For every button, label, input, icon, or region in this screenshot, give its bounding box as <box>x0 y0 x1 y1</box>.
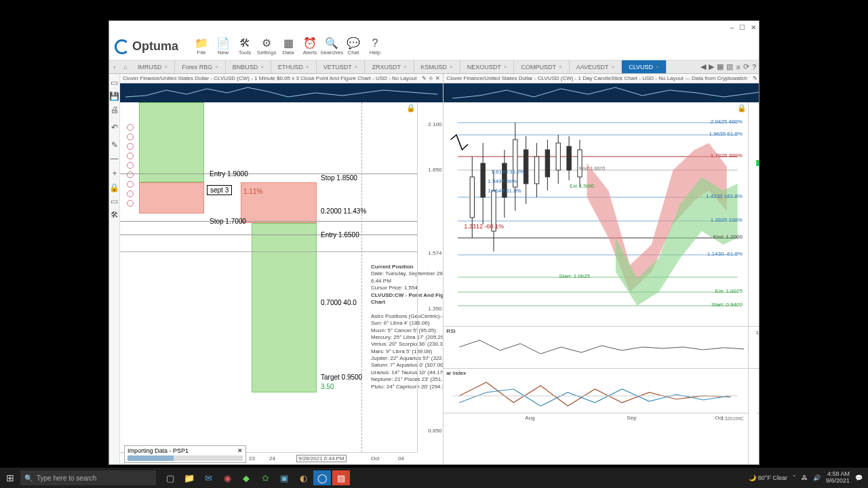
svg-rect-28 <box>556 143 560 170</box>
task-view-icon[interactable]: ▢ <box>161 470 179 485</box>
left-y-axis[interactable]: 2.1001.8501.5741.3500.850 <box>417 102 443 452</box>
notifications-icon[interactable]: 💬 <box>855 474 863 481</box>
taskbar-search[interactable]: 🔍 Type here to search <box>20 470 156 485</box>
tray-net-icon[interactable]: 🖧 <box>802 474 808 481</box>
tray-vol-icon[interactable]: 🔊 <box>813 474 821 481</box>
left-chart-header: Clover Finance/United States Dollar - CL… <box>120 74 443 83</box>
pane-close-icon[interactable]: ✕ <box>435 75 440 81</box>
draw-tool-8[interactable]: ＋ <box>111 167 119 179</box>
pnf-o-mark <box>127 143 134 150</box>
tab-vetusdt[interactable]: VETUSDT× <box>317 60 366 73</box>
help-icon[interactable]: ? <box>752 63 756 71</box>
tool-help[interactable]: ?Help <box>364 35 386 59</box>
layout-icon[interactable]: ▦ <box>717 62 724 71</box>
pnf-o-mark <box>127 181 134 188</box>
fib-label: End: 1.2000 <box>713 234 743 240</box>
optuma-taskbar-icon[interactable]: ◯ <box>313 470 331 485</box>
app-icon-3[interactable]: ✿ <box>256 470 274 485</box>
fib-label: 1.7825 300% <box>711 152 743 159</box>
tab-nexousdt[interactable]: NEXOUSDT× <box>460 60 515 73</box>
tab-ksmusd[interactable]: KSMUSD× <box>414 60 460 73</box>
refresh-icon[interactable]: ⟳ <box>743 62 749 71</box>
left-chart-canvas[interactable]: 🔒 <box>120 102 443 464</box>
pnf-o-mark <box>127 200 134 207</box>
tool-new[interactable]: 📄New <box>212 35 234 59</box>
tab-zrxusdt[interactable]: ZRXUSDT× <box>365 60 414 73</box>
tab-bnbusd[interactable]: BNBUSD× <box>226 60 271 73</box>
stop-label-2: Stop 1.8500 <box>321 174 357 182</box>
draw-tool-9[interactable]: 🔒 <box>109 183 119 192</box>
draw-tool-7[interactable]: — <box>111 154 119 163</box>
search-icon: 🔍 <box>24 474 33 482</box>
tab-nav-left[interactable]: ◀ <box>701 62 706 71</box>
tab-aaveusdt[interactable]: AAVEUSDT× <box>570 60 623 73</box>
left-overview-strip[interactable] <box>120 83 443 102</box>
app-icon-2[interactable]: ◆ <box>237 470 255 485</box>
tab-forex rbg[interactable]: Forex RBG× <box>175 60 226 73</box>
tab-nav-prev[interactable]: ‹ <box>109 60 120 73</box>
tool-searches[interactable]: 🔍Searches <box>321 35 342 59</box>
pnf-o-mark <box>127 162 134 169</box>
tool-tools[interactable]: 🛠Tools <box>234 35 256 59</box>
right-x-axis[interactable]: AugSepOct <box>443 413 748 422</box>
tool-settings[interactable]: ⚙Settings <box>256 35 277 59</box>
draw-tool-6[interactable]: ✎ <box>111 140 118 150</box>
tab-home[interactable]: ⌂ <box>120 60 131 73</box>
fib-label: 1.9635 61.8% <box>709 131 743 137</box>
draw-tool-11[interactable]: 🛠 <box>111 210 119 220</box>
right-chart-canvas[interactable]: 🔒 <box>443 102 759 464</box>
split-icon[interactable]: ▥ <box>726 62 733 71</box>
tool-chat[interactable]: 💬Chat <box>342 35 364 59</box>
app-icon-5[interactable]: ◐ <box>294 470 312 485</box>
maximize-button[interactable]: ☐ <box>739 24 745 31</box>
rsi-pane[interactable]: RSI 100.0080.0060.0040.00 <box>443 326 759 368</box>
arindex-axis: 100.00.0-100.0 <box>748 369 759 422</box>
app-logo: Optuma <box>115 39 178 54</box>
start-button[interactable]: ⊞ <box>0 472 20 483</box>
tray-up-icon[interactable]: ˄ <box>793 474 796 481</box>
pnf-column-down-1 <box>139 182 204 214</box>
import-close-icon[interactable]: ✕ <box>237 447 243 454</box>
entry-label: Entry 1.9000 <box>210 170 248 178</box>
rr-ratio: 3.50 <box>321 383 334 390</box>
fib-label: 1.1430 -61.8% <box>707 251 743 257</box>
close-button[interactable]: ✕ <box>751 24 756 31</box>
weather-widget[interactable]: 🌙 60°F Clear <box>749 474 787 481</box>
app-icon-4[interactable]: ▣ <box>275 470 293 485</box>
pnf-o-mark <box>127 190 134 197</box>
clock[interactable]: 4:58 AM 9/6/2021 <box>826 471 850 485</box>
minimize-button[interactable]: – <box>730 24 734 31</box>
fib-label: Ext: 1.0025 <box>715 288 742 294</box>
lock-icon[interactable]: 🔒 <box>406 104 416 113</box>
pct-label: 1.11% <box>243 188 262 195</box>
draw-tool-1[interactable]: 💾 <box>109 92 119 101</box>
svg-rect-12 <box>470 177 474 218</box>
mail-icon[interactable]: ✉ <box>199 470 217 485</box>
tab-nav-right[interactable]: ▶ <box>709 62 714 71</box>
tool-alerts[interactable]: ⏰Alerts <box>299 35 321 59</box>
tab-imrusd[interactable]: IMRUSD× <box>131 60 175 73</box>
tool-file[interactable]: 📁File <box>191 35 212 59</box>
fib-label: 1.2825 100% <box>711 217 743 223</box>
date-annotation[interactable]: sept 3 <box>207 185 232 195</box>
edit-icon[interactable]: ✎ <box>753 75 757 81</box>
link-icon[interactable]: ⎋ <box>429 75 433 81</box>
explorer-icon[interactable]: 📁 <box>180 470 198 485</box>
fib-cluster: 1.6190 38.2% <box>491 169 524 175</box>
tool-data[interactable]: ▦Data <box>277 35 299 59</box>
app-icon-6[interactable]: ▧ <box>332 470 350 485</box>
draw-tool-4[interactable]: ↶ <box>111 123 118 132</box>
draw-tool-2[interactable]: 🖨 <box>111 105 119 115</box>
tab-ethusd[interactable]: ETHUSD× <box>271 60 317 73</box>
tab-clvusd[interactable]: CLVUSD× <box>622 60 667 73</box>
right-overview-strip[interactable] <box>443 83 759 102</box>
draw-tool-0[interactable]: ▭ <box>111 78 118 87</box>
edit-icon[interactable]: ✎ <box>422 75 427 81</box>
main-toolbar: Optuma 📁File📄New🛠Tools⚙Settings▦Data⏰Ale… <box>109 33 759 60</box>
right-chart-pane: Clover Finance/United States Dollar - CL… <box>443 74 759 464</box>
app-icon-1[interactable]: ◉ <box>218 470 236 485</box>
tab-compusdt[interactable]: COMPUSDT× <box>514 60 569 73</box>
list-icon[interactable]: ≡ <box>736 63 740 71</box>
draw-tool-10[interactable]: ▭ <box>111 197 118 206</box>
arindex-pane[interactable]: ar Index 100.00.0-100.0 AugSepOct 3.3261… <box>443 368 759 422</box>
